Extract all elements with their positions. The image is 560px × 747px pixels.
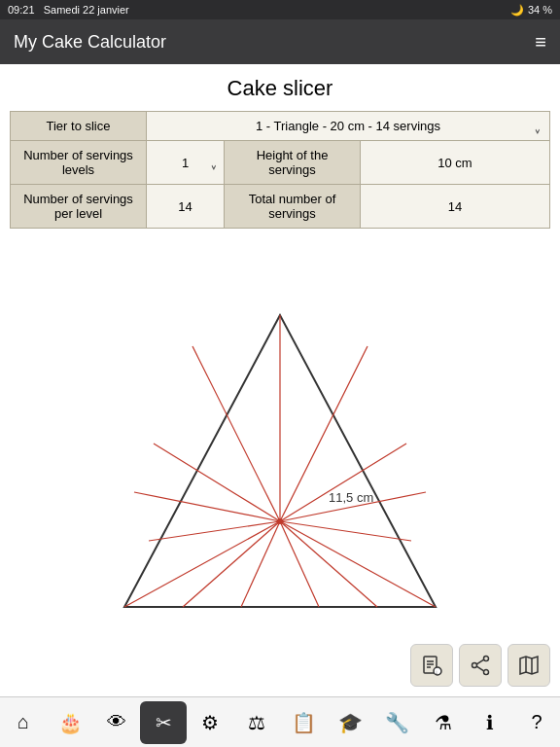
page-title: Cake slicer (0, 64, 560, 111)
svg-line-11 (280, 521, 377, 607)
float-buttons: ↓ (410, 644, 550, 687)
nav-info[interactable]: ℹ (467, 701, 513, 744)
moon-icon: 🌙 (510, 4, 524, 17)
svg-line-27 (476, 659, 483, 664)
svg-line-28 (476, 666, 483, 671)
bottom-nav: ⌂ 🎂 👁 ✂ ⚙ ⚖ 📋 🎓 🔧 ⚗ ℹ ? (0, 696, 560, 747)
svg-line-13 (280, 521, 319, 607)
cake-diagram: 11,5 cm (95, 298, 465, 628)
nav-settings[interactable]: ⚙ (187, 701, 233, 744)
total-servings-value: 14 (361, 185, 550, 229)
servings-levels-label: Number of servings levels (11, 141, 147, 185)
share-button[interactable] (459, 644, 502, 687)
height-value: 10 cm (361, 141, 550, 185)
map-button[interactable] (508, 644, 550, 687)
svg-line-14 (134, 492, 280, 521)
app-title: My Cake Calculator (14, 32, 166, 53)
nav-view[interactable]: 👁 (93, 701, 140, 744)
status-date: Samedi 22 janvier (44, 4, 129, 16)
servings-per-level-label: Number of servings per level (11, 185, 147, 229)
top-bar: My Cake Calculator ≡ (0, 19, 560, 64)
status-time-date: 09:21 Samedi 22 janvier (8, 4, 129, 16)
status-bar: 09:21 Samedi 22 janvier 🌙 34 % (0, 0, 560, 19)
svg-text:↓: ↓ (436, 669, 438, 675)
nav-scale[interactable]: ⚖ (233, 701, 280, 744)
nav-graduate[interactable]: 🎓 (327, 701, 373, 744)
total-servings-label: Total number of servings (225, 185, 361, 229)
svg-point-26 (472, 663, 477, 668)
pdf-button[interactable]: ↓ (410, 644, 453, 687)
height-label: Height of the servings (225, 141, 361, 185)
nav-filter[interactable]: ⚗ (420, 701, 467, 744)
svg-line-10 (183, 521, 280, 607)
main-content: Cake slicer Tier to slice 1 - Triangle -… (0, 64, 560, 696)
tier-dropdown[interactable]: 1 - Triangle - 20 cm - 14 servings (147, 112, 550, 141)
svg-marker-29 (520, 657, 538, 674)
nav-help[interactable]: ? (513, 701, 560, 744)
hamburger-menu-button[interactable]: ≡ (535, 31, 546, 53)
servings-levels-value[interactable]: 1 (147, 141, 225, 185)
battery-text: 34 % (528, 4, 552, 16)
servings-levels-row: Number of servings levels 1 Height of th… (11, 141, 550, 185)
svg-line-12 (241, 521, 280, 607)
calculator-table: Tier to slice 1 - Triangle - 20 cm - 14 … (10, 111, 550, 229)
nav-slice[interactable]: ✂ (140, 701, 187, 744)
svg-text:11,5 cm: 11,5 cm (329, 490, 373, 505)
tier-row: Tier to slice 1 - Triangle - 20 cm - 14 … (11, 112, 550, 141)
nav-home[interactable]: ⌂ (0, 701, 47, 744)
diagram-area: 11,5 cm ↓ (0, 229, 560, 696)
nav-list[interactable]: 📋 (280, 701, 327, 744)
nav-tools[interactable]: 🔧 (373, 701, 420, 744)
status-time: 09:21 (8, 4, 35, 16)
servings-per-level-value: 14 (147, 185, 225, 229)
status-right: 🌙 34 % (510, 4, 552, 17)
svg-point-24 (484, 657, 489, 661)
svg-point-16 (277, 518, 283, 524)
svg-point-25 (484, 670, 489, 675)
tier-label: Tier to slice (11, 112, 147, 141)
servings-per-level-row: Number of servings per level 14 Total nu… (11, 185, 550, 229)
nav-cake[interactable]: 🎂 (47, 701, 93, 744)
